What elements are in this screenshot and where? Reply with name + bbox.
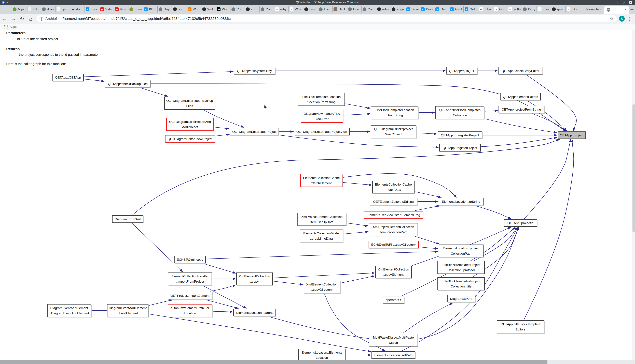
- graph-node-n8[interactable]: DiagramView::handleTitleBlockDrop: [301, 110, 343, 123]
- browser-tab-18[interactable]: Con: [260, 6, 274, 12]
- browser-tab-22[interactable]: Usin: [318, 6, 332, 12]
- graph-node-n6[interactable]: QETDiagramEditor::openBackupFiles: [164, 97, 215, 110]
- graph-node-n41[interactable]: Diagram::toXml: [447, 295, 475, 302]
- graph-node-n17[interactable]: QETApp::unregisterProject: [438, 132, 482, 139]
- new-tab-button[interactable]: +: [629, 6, 635, 14]
- browser-tab-15[interactable]: MWrit: [216, 6, 230, 12]
- bookmark-star-icon[interactable]: ☆: [610, 16, 613, 21]
- browser-tab-24[interactable]: How: [347, 6, 362, 12]
- active-tab[interactable]: ×: [604, 6, 629, 14]
- browser-tab-4[interactable]: Gqet/: [56, 6, 70, 12]
- graph-node-n36[interactable]: XmlElementCollection::copy: [236, 272, 273, 285]
- browser-tab-40[interactable]: Nieuw tab: [580, 6, 604, 12]
- vertical-scrollbar-thumb[interactable]: [632, 104, 635, 232]
- graph-node-n45[interactable]: autonum::elementPrefixForLocation: [168, 304, 212, 317]
- graph-node-n27[interactable]: XmlProjectElementCollectionItem::setUpDa…: [297, 213, 346, 226]
- graph-node-n25[interactable]: ElementsTreeView::startElementDrag: [364, 211, 423, 218]
- graph-node-n15[interactable]: QETDiagramEditor::addProjectView: [294, 128, 350, 135]
- graph-node-n7[interactable]: TitleBlockTemplateLocation::locationFrom…: [297, 93, 345, 106]
- browser-tab-5[interactable]: ◈doc:: [70, 6, 85, 12]
- graph-node-n21[interactable]: ElementsCollectionCache::fetchElement: [300, 174, 343, 187]
- tab-close-icon[interactable]: ×: [624, 8, 626, 12]
- browser-tab-14[interactable]: Writ: [201, 6, 216, 12]
- browser-tab-35[interactable]: Gsoftw: [507, 6, 522, 12]
- graph-node-n5[interactable]: QETApp::checkBackupFiles: [105, 80, 150, 88]
- browser-tab-34[interactable]: GGoo: [493, 6, 507, 12]
- graph-node-n19[interactable]: QETDiagramEditor::newProject: [165, 135, 215, 142]
- browser-tab-16[interactable]: Con: [230, 6, 245, 12]
- browser-tab-1[interactable]: Mijn: [12, 6, 26, 12]
- apps-grid-icon[interactable]: [5, 25, 8, 28]
- graph-node-n11[interactable]: QETApp::elementEditors: [500, 93, 541, 100]
- graph-node-n1[interactable]: QETApp::QETApp: [53, 74, 84, 81]
- browser-tab-17[interactable]: con: [245, 6, 259, 12]
- graph-node-n24[interactable]: ElementsLocation::toString: [439, 198, 483, 205]
- browser-tab-25[interactable]: Con: [362, 6, 376, 12]
- browser-menu-icon[interactable]: ⋮: [627, 16, 632, 22]
- graph-node-n18[interactable]: QETApp::project: [558, 132, 585, 139]
- graph-node-n32[interactable]: ElementsLocation::projectCollectionPath: [439, 244, 483, 257]
- browser-tab-3[interactable]: doxy: [41, 6, 56, 12]
- browser-tab-36[interactable]: Doxy: [522, 6, 536, 12]
- graph-node-n38[interactable]: TitleBlockTemplatesProjectCollection::ti…: [437, 278, 485, 290]
- browser-tab-28[interactable]: KDeve: [405, 6, 420, 12]
- browser-tab-23[interactable]: GitH: [333, 6, 347, 12]
- browser-tab-31[interactable]: KGet I: [449, 6, 464, 12]
- browser-tab-8[interactable]: ▶Vide: [114, 6, 128, 12]
- browser-tab-32[interactable]: KGet I: [464, 6, 478, 12]
- forward-button[interactable]: →: [9, 16, 18, 22]
- graph-node-n16[interactable]: QETDiagramEditor::projectWasClosed: [371, 125, 416, 138]
- browser-tab-10[interactable]: KKDE: [143, 6, 158, 12]
- browser-tab-27[interactable]: angu: [391, 6, 405, 12]
- graph-node-n33[interactable]: ECHSToXml::copy: [174, 256, 206, 263]
- browser-tab-26[interactable]: relea: [376, 6, 391, 12]
- graph-node-n10[interactable]: QETApp::titleBlockTemplatesCollection: [435, 106, 484, 119]
- graph-node-n13[interactable]: QETDiagramEditor::openAndAddProject: [166, 118, 214, 131]
- browser-tab-39[interactable]: ≡git -: [566, 6, 580, 12]
- horizontal-scrollbar-thumb[interactable]: [0, 360, 547, 364]
- browser-tab-29[interactable]: KDeve: [420, 6, 434, 12]
- browser-tab-30[interactable]: KGet I: [434, 6, 449, 12]
- graph-node-n20[interactable]: QETApp::registerProject: [439, 144, 481, 152]
- browser-tab-13[interactable]: BWho: [187, 6, 201, 12]
- graph-node-n23[interactable]: QETElementEditor::isEditing: [370, 198, 417, 205]
- graph-node-n47[interactable]: QETApp::titleBlockTemplateEditors: [497, 320, 544, 333]
- graph-node-n30[interactable]: ElementsCollectionModel::dropMimeData: [300, 230, 343, 242]
- graph-node-n4[interactable]: QETApp::closeEveryEditor: [498, 67, 543, 74]
- graph-node-n39[interactable]: XmlElementCollection::copyDirectory: [304, 280, 340, 294]
- apps-label[interactable]: Apps: [10, 25, 17, 29]
- browser-tab-2[interactable]: Edit: [26, 6, 41, 12]
- reload-button[interactable]: ↻: [18, 16, 26, 22]
- graph-node-n31[interactable]: ECHSXmlToFile::copyDirectory: [368, 241, 419, 248]
- browser-tab-7[interactable]: ▶Vide: [99, 6, 114, 12]
- graph-node-n34[interactable]: TitleBlockTemplatesProjectCollection::pr…: [437, 261, 485, 274]
- browser-tab-6[interactable]: Kmas: [85, 6, 99, 12]
- vertical-scrollbar[interactable]: [632, 30, 635, 360]
- graph-node-n26[interactable]: Diagram::fromXml: [112, 215, 143, 223]
- minimize-button[interactable]: ∨: [616, 1, 618, 4]
- home-button[interactable]: ⌂: [26, 16, 35, 22]
- graph-node-n2[interactable]: QETApp::initSystemTray: [234, 67, 275, 74]
- graph-node-n40[interactable]: operator<<: [383, 296, 404, 304]
- url-text[interactable]: /home/simon/GIT/qet/doc/html/d7/df8/clas…: [63, 16, 608, 21]
- close-button[interactable]: ×: [629, 1, 632, 4]
- graph-node-n42[interactable]: QETProject::importElement: [168, 292, 212, 299]
- browser-tab-11[interactable]: Disp: [158, 6, 172, 12]
- browser-tab-9[interactable]: Fram: [128, 6, 143, 12]
- graph-node-n46[interactable]: ElementsLocation::parent: [233, 309, 275, 316]
- browser-tab-12[interactable]: spri: [172, 6, 187, 12]
- graph-node-n48[interactable]: MultiPasteDialog::MultiPasteDialog: [369, 334, 418, 346]
- browser-tab-20[interactable]: ≡Wha: [289, 6, 303, 12]
- graph-node-n29[interactable]: XmlProjectElementCollectionItem::collect…: [369, 223, 418, 236]
- browser-tab-37[interactable]: Gchec: [536, 6, 551, 12]
- graph-node-n9[interactable]: TitleBlockTemplateLocation::fromString: [371, 106, 418, 119]
- horizontal-scrollbar[interactable]: [0, 360, 635, 364]
- graph-node-n3[interactable]: QETApp::quitQET: [446, 67, 477, 74]
- maximize-button[interactable]: ◇: [623, 1, 625, 4]
- browser-tab-33[interactable]: MInbo: [478, 6, 493, 12]
- graph-node-n14[interactable]: QETDiagramEditor::addProject: [230, 128, 279, 135]
- graph-node-n43[interactable]: DiagramEventAddElement::DiagramEventAddE…: [47, 304, 91, 317]
- address-bar[interactable]: ⓘ Archief | /home/simon/GIT/qet/doc/html…: [37, 15, 617, 22]
- browser-tab-38[interactable]: qele: [551, 6, 565, 12]
- graph-node-n44[interactable]: DiagramEventAddElement::buildElement: [107, 304, 148, 317]
